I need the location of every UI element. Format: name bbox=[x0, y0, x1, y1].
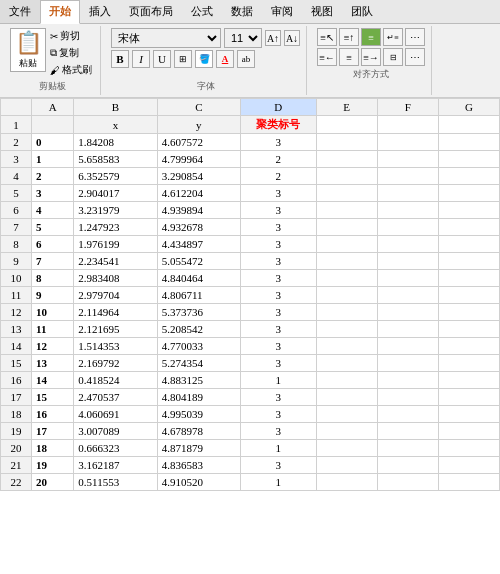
cell-g[interactable] bbox=[438, 440, 499, 457]
cell-a[interactable]: 5 bbox=[32, 219, 74, 236]
tab-formula[interactable]: 公式 bbox=[182, 0, 222, 23]
cell-a[interactable]: 3 bbox=[32, 185, 74, 202]
cell-b[interactable]: 0.666323 bbox=[74, 440, 157, 457]
cell-g[interactable] bbox=[438, 304, 499, 321]
underline-button[interactable]: U bbox=[153, 50, 171, 68]
cell-b[interactable]: 1.84208 bbox=[74, 134, 157, 151]
cell-b[interactable]: 6.352579 bbox=[74, 168, 157, 185]
cell-d[interactable]: 3 bbox=[241, 185, 317, 202]
cell-c[interactable]: 4.939894 bbox=[157, 202, 240, 219]
cell-e[interactable] bbox=[316, 134, 377, 151]
more-align-button[interactable]: ⋯ bbox=[405, 28, 425, 46]
tab-file[interactable]: 文件 bbox=[0, 0, 40, 23]
cell-b[interactable]: 4.060691 bbox=[74, 406, 157, 423]
cell-f[interactable] bbox=[377, 202, 438, 219]
cell-b[interactable]: 1.514353 bbox=[74, 338, 157, 355]
cell-e[interactable] bbox=[316, 270, 377, 287]
cell-c[interactable]: 4.806711 bbox=[157, 287, 240, 304]
cell-b[interactable]: 2.121695 bbox=[74, 321, 157, 338]
col-header-c[interactable]: C bbox=[157, 99, 240, 116]
cell-f[interactable] bbox=[377, 134, 438, 151]
cell-e[interactable] bbox=[316, 423, 377, 440]
cell-c[interactable]: 4.434897 bbox=[157, 236, 240, 253]
cell-c[interactable]: 4.678978 bbox=[157, 423, 240, 440]
cell-a[interactable]: 1 bbox=[32, 151, 74, 168]
cell-g[interactable] bbox=[438, 474, 499, 491]
cell-d[interactable]: 3 bbox=[241, 134, 317, 151]
cell-a[interactable] bbox=[32, 116, 74, 134]
align-right-button[interactable]: ≡→ bbox=[361, 48, 381, 66]
cell-e[interactable] bbox=[316, 372, 377, 389]
cell-g[interactable] bbox=[438, 389, 499, 406]
cell-e[interactable] bbox=[316, 287, 377, 304]
col-header-g[interactable]: G bbox=[438, 99, 499, 116]
cell-a[interactable]: 0 bbox=[32, 134, 74, 151]
cell-b[interactable]: 2.979704 bbox=[74, 287, 157, 304]
cell-b[interactable]: 1.976199 bbox=[74, 236, 157, 253]
cell-b[interactable]: 5.658583 bbox=[74, 151, 157, 168]
cell-a[interactable]: 8 bbox=[32, 270, 74, 287]
cell-g[interactable] bbox=[438, 321, 499, 338]
cell-d[interactable]: 2 bbox=[241, 168, 317, 185]
tab-data[interactable]: 数据 bbox=[222, 0, 262, 23]
wrap-text-button[interactable]: ↵≡ bbox=[383, 28, 403, 46]
cell-c[interactable]: y bbox=[157, 116, 240, 134]
cell-b[interactable]: 0.511553 bbox=[74, 474, 157, 491]
cell-g[interactable] bbox=[438, 423, 499, 440]
cell-a[interactable]: 9 bbox=[32, 287, 74, 304]
cell-c[interactable]: 5.373736 bbox=[157, 304, 240, 321]
font-size-increase-button[interactable]: A↑ bbox=[265, 30, 281, 46]
cell-f[interactable] bbox=[377, 457, 438, 474]
cell-c[interactable]: 4.799964 bbox=[157, 151, 240, 168]
col-header-e[interactable]: E bbox=[316, 99, 377, 116]
cell-e[interactable] bbox=[316, 253, 377, 270]
cell-b[interactable]: 2.114964 bbox=[74, 304, 157, 321]
cell-f[interactable] bbox=[377, 406, 438, 423]
cell-b[interactable]: 2.234541 bbox=[74, 253, 157, 270]
cell-g[interactable] bbox=[438, 151, 499, 168]
cell-a[interactable]: 15 bbox=[32, 389, 74, 406]
col-header-f[interactable]: F bbox=[377, 99, 438, 116]
cell-d[interactable]: 3 bbox=[241, 270, 317, 287]
cell-a[interactable]: 16 bbox=[32, 406, 74, 423]
align-more-button[interactable]: ⋯ bbox=[405, 48, 425, 66]
align-center-button[interactable]: ≡ bbox=[339, 48, 359, 66]
cell-c[interactable]: 5.208542 bbox=[157, 321, 240, 338]
cell-a[interactable]: 12 bbox=[32, 338, 74, 355]
cell-c[interactable]: 4.840464 bbox=[157, 270, 240, 287]
cell-f[interactable] bbox=[377, 372, 438, 389]
tab-team[interactable]: 团队 bbox=[342, 0, 382, 23]
tab-layout[interactable]: 页面布局 bbox=[120, 0, 182, 23]
cell-g[interactable] bbox=[438, 355, 499, 372]
cell-c[interactable]: 3.290854 bbox=[157, 168, 240, 185]
tab-view[interactable]: 视图 bbox=[302, 0, 342, 23]
cell-e[interactable] bbox=[316, 202, 377, 219]
cell-g[interactable] bbox=[438, 406, 499, 423]
cell-d[interactable]: 1 bbox=[241, 372, 317, 389]
cell-c[interactable]: 4.612204 bbox=[157, 185, 240, 202]
cut-button[interactable]: ✂ 剪切 bbox=[48, 28, 94, 44]
cell-a[interactable]: 7 bbox=[32, 253, 74, 270]
cell-g[interactable] bbox=[438, 338, 499, 355]
cell-f[interactable] bbox=[377, 236, 438, 253]
align-left-button[interactable]: ≡← bbox=[317, 48, 337, 66]
cell-e[interactable] bbox=[316, 321, 377, 338]
cell-g[interactable] bbox=[438, 236, 499, 253]
cell-e[interactable] bbox=[316, 355, 377, 372]
cell-b[interactable]: x bbox=[74, 116, 157, 134]
cell-g[interactable] bbox=[438, 219, 499, 236]
cell-b[interactable]: 1.247923 bbox=[74, 219, 157, 236]
cell-f[interactable] bbox=[377, 116, 438, 134]
cell-e[interactable] bbox=[316, 338, 377, 355]
cell-g[interactable] bbox=[438, 270, 499, 287]
cell-e[interactable] bbox=[316, 440, 377, 457]
cell-f[interactable] bbox=[377, 253, 438, 270]
cell-f[interactable] bbox=[377, 321, 438, 338]
cell-a[interactable]: 13 bbox=[32, 355, 74, 372]
cell-d[interactable]: 3 bbox=[241, 406, 317, 423]
font-color-button[interactable]: A bbox=[216, 50, 234, 68]
cell-d[interactable]: 3 bbox=[241, 338, 317, 355]
cell-d[interactable]: 3 bbox=[241, 389, 317, 406]
cell-c[interactable]: 4.607572 bbox=[157, 134, 240, 151]
cell-a[interactable]: 18 bbox=[32, 440, 74, 457]
